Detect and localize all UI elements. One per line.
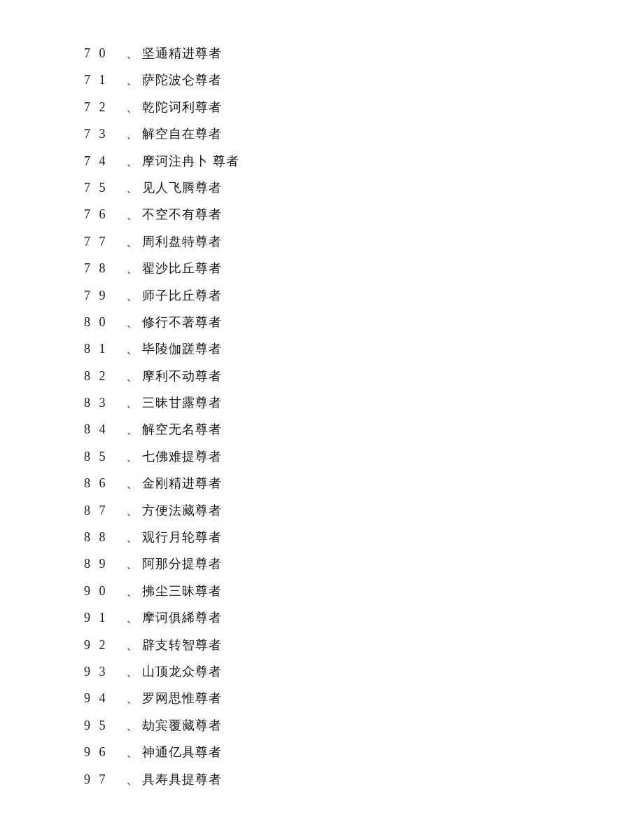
item-list: 7 0、坚通精进尊者7 1、萨陀波仑尊者7 2、乾陀诃利尊者7 3、解空自在尊者… (84, 42, 560, 791)
item-number: 8 8 (84, 526, 126, 548)
item-number: 9 3 (84, 660, 126, 683)
item-separator: 、 (126, 472, 139, 494)
item-number: 9 2 (84, 634, 126, 656)
item-text: 摩利不动尊者 (142, 365, 222, 387)
item-separator: 、 (126, 176, 139, 199)
list-item: 9 6、神通亿具尊者 (84, 741, 560, 763)
item-number: 8 7 (84, 499, 126, 522)
item-text: 萨陀波仑尊者 (142, 69, 222, 91)
list-item: 9 2、辟支转智尊者 (84, 634, 560, 656)
list-item: 8 9、阿那分提尊者 (84, 552, 560, 575)
list-item: 7 0、坚通精进尊者 (84, 42, 560, 64)
item-text: 见人飞腾尊者 (142, 176, 222, 199)
item-number: 8 4 (84, 418, 126, 440)
item-number: 7 1 (84, 69, 126, 91)
item-separator: 、 (126, 203, 139, 225)
list-item: 7 5、见人飞腾尊者 (84, 176, 560, 199)
item-number: 9 0 (84, 580, 126, 602)
item-separator: 、 (126, 338, 139, 360)
item-separator: 、 (126, 741, 139, 763)
item-separator: 、 (126, 606, 139, 629)
item-text: 神通亿具尊者 (142, 741, 222, 763)
main-content: 7 0、坚通精进尊者7 1、萨陀波仑尊者7 2、乾陀诃利尊者7 3、解空自在尊者… (0, 0, 644, 834)
list-item: 8 6、金刚精进尊者 (84, 472, 560, 494)
item-separator: 、 (126, 714, 139, 737)
item-text: 摩诃俱絺尊者 (142, 606, 222, 629)
item-separator: 、 (126, 123, 139, 145)
item-text: 修行不著尊者 (142, 311, 222, 333)
list-item: 7 1、萨陀波仑尊者 (84, 69, 560, 91)
item-text: 毕陵伽蹉尊者 (142, 338, 222, 360)
item-text: 解空无名尊者 (142, 418, 222, 440)
list-item: 8 3、三昧甘露尊者 (84, 391, 560, 414)
item-separator: 、 (126, 768, 139, 791)
item-text: 不空不有尊者 (142, 203, 222, 225)
list-item: 7 7、周利盘特尊者 (84, 230, 560, 253)
item-number: 9 5 (84, 714, 126, 737)
item-separator: 、 (126, 552, 139, 575)
item-separator: 、 (126, 42, 139, 64)
item-text: 观行月轮尊者 (142, 526, 222, 548)
list-item: 8 5、七佛难提尊者 (84, 445, 560, 468)
item-text: 翟沙比丘尊者 (142, 257, 222, 279)
item-number: 7 7 (84, 230, 126, 253)
list-item: 9 7、具寿具提尊者 (84, 768, 560, 791)
item-text: 金刚精进尊者 (142, 472, 222, 494)
item-text: 阿那分提尊者 (142, 552, 222, 575)
item-separator: 、 (126, 257, 139, 279)
item-number: 8 9 (84, 552, 126, 575)
item-text: 山顶龙众尊者 (142, 660, 222, 683)
list-item: 9 0、拂尘三昧尊者 (84, 580, 560, 602)
item-number: 7 2 (84, 96, 126, 118)
item-number: 8 5 (84, 445, 126, 468)
item-number: 8 3 (84, 391, 126, 414)
item-separator: 、 (126, 150, 139, 172)
item-separator: 、 (126, 418, 139, 440)
item-number: 7 0 (84, 42, 126, 64)
item-separator: 、 (126, 634, 139, 656)
list-item: 8 4、解空无名尊者 (84, 418, 560, 440)
item-separator: 、 (126, 445, 139, 468)
item-text: 三昧甘露尊者 (142, 391, 222, 414)
item-separator: 、 (126, 391, 139, 414)
item-text: 坚通精进尊者 (142, 42, 222, 64)
item-separator: 、 (126, 526, 139, 548)
item-text: 劫宾覆藏尊者 (142, 714, 222, 737)
item-number: 8 1 (84, 338, 126, 360)
item-text: 解空自在尊者 (142, 123, 222, 145)
item-text: 七佛难提尊者 (142, 445, 222, 468)
item-text: 罗网思惟尊者 (142, 687, 222, 709)
item-number: 9 7 (84, 768, 126, 791)
item-number: 7 5 (84, 176, 126, 199)
item-number: 9 6 (84, 741, 126, 763)
item-separator: 、 (126, 230, 139, 253)
item-separator: 、 (126, 96, 139, 118)
list-item: 7 8、翟沙比丘尊者 (84, 257, 560, 279)
item-separator: 、 (126, 69, 139, 91)
item-number: 9 4 (84, 687, 126, 709)
list-item: 8 2、摩利不动尊者 (84, 365, 560, 387)
list-item: 9 5、劫宾覆藏尊者 (84, 714, 560, 737)
list-item: 7 4、摩诃注冉卜 尊者 (84, 150, 560, 172)
list-item: 7 6、不空不有尊者 (84, 203, 560, 225)
list-item: 9 3、山顶龙众尊者 (84, 660, 560, 683)
list-item: 8 0、修行不著尊者 (84, 311, 560, 333)
item-text: 师子比丘尊者 (142, 284, 222, 307)
item-separator: 、 (126, 660, 139, 683)
item-text: 摩诃注冉卜 尊者 (142, 150, 239, 172)
item-number: 7 8 (84, 257, 126, 279)
item-separator: 、 (126, 687, 139, 709)
item-number: 7 6 (84, 203, 126, 225)
list-item: 9 1、摩诃俱絺尊者 (84, 606, 560, 629)
item-separator: 、 (126, 580, 139, 602)
item-separator: 、 (126, 499, 139, 522)
item-separator: 、 (126, 365, 139, 387)
item-number: 7 9 (84, 284, 126, 307)
list-item: 7 2、乾陀诃利尊者 (84, 96, 560, 118)
item-text: 方便法藏尊者 (142, 499, 222, 522)
item-number: 8 6 (84, 472, 126, 494)
list-item: 8 1、毕陵伽蹉尊者 (84, 338, 560, 360)
item-text: 辟支转智尊者 (142, 634, 222, 656)
item-number: 8 0 (84, 311, 126, 333)
item-separator: 、 (126, 311, 139, 333)
